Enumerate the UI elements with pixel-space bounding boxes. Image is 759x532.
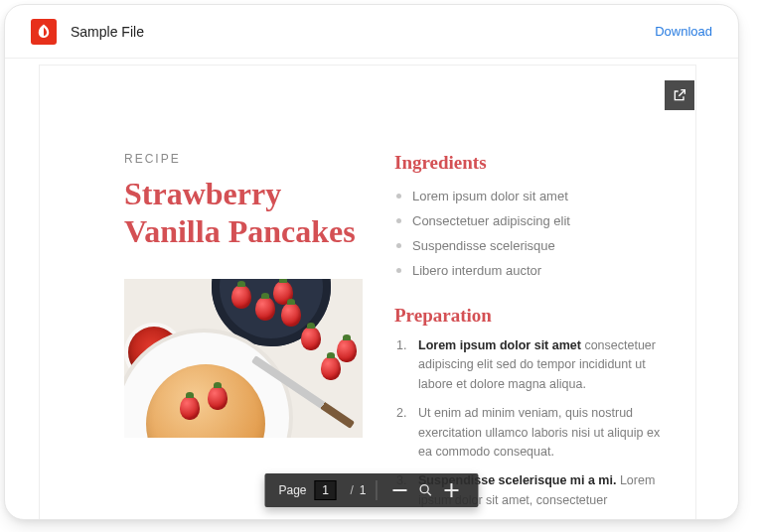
list-item: Consectetuer adipiscing elit <box>394 208 663 233</box>
list-item: Lorem ipsum dolor sit amet <box>394 184 663 208</box>
plus-icon <box>445 483 459 497</box>
list-item: Suspendisse scelerisque <box>394 233 663 258</box>
ingredients-heading: Ingredients <box>394 152 663 174</box>
list-item: Ut enim ad minim veniam, quis nostrud ex… <box>394 404 663 471</box>
zoom-reset-button[interactable] <box>413 477 439 503</box>
recipe-eyebrow: RECIPE <box>124 152 363 166</box>
page-indicator: Page 1 / 1 <box>268 473 376 507</box>
document-page: RECIPE Strawberry Vanilla Pancakes In <box>39 65 696 519</box>
recipe-photo <box>124 279 363 438</box>
list-item: Libero interdum auctor <box>394 258 663 283</box>
pdf-viewer-frame: Sample File Download RECIPE Strawberry V… <box>4 4 739 520</box>
zoom-out-button[interactable] <box>387 477 413 503</box>
download-link[interactable]: Download <box>655 24 712 39</box>
right-column: Ingredients Lorem ipsum dolor sit amet C… <box>394 152 663 519</box>
page-separator: / <box>351 483 354 497</box>
minus-icon <box>393 489 407 491</box>
file-title: Sample File <box>71 24 144 40</box>
preparation-heading: Preparation <box>394 305 663 327</box>
recipe-title: Strawberry Vanilla Pancakes <box>124 176 363 251</box>
page-label: Page <box>278 483 306 497</box>
header-left: Sample File <box>31 19 144 45</box>
pdf-icon <box>31 19 57 45</box>
left-column: RECIPE Strawberry Vanilla Pancakes <box>124 152 363 519</box>
zoom-in-button[interactable] <box>439 477 465 503</box>
list-item: Lorem ipsum dolor sit amet consectetuer … <box>394 336 663 404</box>
magnifier-icon <box>418 482 434 498</box>
ingredients-list: Lorem ipsum dolor sit amet Consectetuer … <box>394 184 663 283</box>
current-page-input[interactable]: 1 <box>315 480 337 500</box>
svg-line-1 <box>428 492 431 495</box>
total-pages: 1 <box>360 483 367 497</box>
header-bar: Sample File Download <box>5 5 738 59</box>
pdf-toolbar: Page 1 / 1 <box>264 473 478 507</box>
svg-point-0 <box>420 485 428 493</box>
